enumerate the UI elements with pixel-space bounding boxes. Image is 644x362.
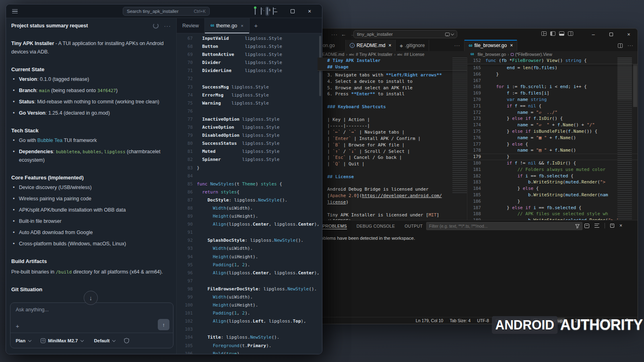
- app-menu-icon[interactable]: [12, 9, 18, 12]
- chevron-down-icon[interactable]: [28, 338, 31, 341]
- close-button[interactable]: ×: [301, 4, 318, 18]
- problems-filter-input[interactable]: [429, 224, 575, 228]
- readme-code: 3. Navigate tabs with **Left/Right arrow…: [318, 72, 467, 220]
- tab-close-icon[interactable]: ×: [388, 43, 391, 48]
- tab-gitignore[interactable]: ◆ .gitignore: [396, 40, 429, 51]
- toggle-panel-icon[interactable]: [559, 31, 564, 36]
- new-tab-button[interactable]: +: [250, 18, 263, 33]
- chat-list-item: APK/split APK/bundle installation with O…: [11, 206, 171, 214]
- chat-list-item: Branch: main (being rebased onto 34f6427…: [11, 86, 171, 95]
- chat-heading: Tech Stack: [11, 128, 171, 134]
- message-composer[interactable]: + ↑ Plan G MiniMax M2.7 Default: [10, 302, 173, 348]
- chevron-down-icon[interactable]: [451, 32, 454, 35]
- thread-menu-icon[interactable]: ···: [164, 23, 171, 29]
- tab-review[interactable]: Review: [177, 18, 204, 33]
- menu-overflow-icon[interactable]: ···: [331, 31, 338, 37]
- tab-overflow-icon[interactable]: ···: [450, 40, 464, 51]
- project-search-label: Search tiny_apk_installer: [127, 9, 194, 14]
- customize-layout-icon[interactable]: [541, 31, 547, 36]
- chat-list-item: Wireless pairing via pairing code: [11, 195, 171, 203]
- panel-tab-output[interactable]: OUTPUT: [405, 224, 423, 228]
- message-input[interactable]: [16, 307, 168, 313]
- tab-readme[interactable]: i README.md ×: [346, 40, 396, 51]
- toggle-sidebar-icon[interactable]: [550, 31, 555, 36]
- close-button[interactable]: ×: [620, 29, 638, 40]
- composer-toolbar: Plan G MiniMax M2.7 Default: [10, 333, 173, 348]
- chat-heading: Build Artifacts: [11, 258, 171, 264]
- profile-selector[interactable]: Default: [94, 338, 109, 343]
- project-search[interactable]: Search tiny_apk_installer Ctrl+K: [123, 7, 210, 16]
- chat-list-item: Status: Mid-rebase with nothing to commi…: [11, 98, 171, 106]
- chat-list-item: Go Version: 1.25.4 (declared in go.mod): [11, 109, 171, 117]
- sticky-scroll: # Tiny APK Installer## Usage: [318, 58, 467, 71]
- problems-filter[interactable]: [426, 222, 582, 230]
- toggle-secondary-sidebar-icon[interactable]: [568, 31, 573, 36]
- shield-icon[interactable]: [124, 338, 129, 343]
- scroll-to-bottom-button[interactable]: ↓: [84, 291, 98, 305]
- add-context-button[interactable]: +: [16, 323, 19, 329]
- screenshot-stage: ··· ← → tiny_apk_installer – ×: [0, 0, 644, 362]
- chevron-down-icon[interactable]: [80, 338, 84, 341]
- breadcrumb-separator: ›: [394, 52, 396, 57]
- split-editor-icon[interactable]: [618, 43, 623, 48]
- tab-close-icon[interactable]: ×: [510, 43, 513, 48]
- maximize-button[interactable]: [602, 29, 620, 40]
- editor-file-browser[interactable]: 152func (fb *FileBrowser) View() string …: [467, 58, 638, 220]
- tab-theme-go[interactable]: GO theme.go ×: [204, 18, 250, 33]
- chat-paragraph: Pre-built binaries in /build directory f…: [11, 268, 171, 276]
- panel-tab-problems[interactable]: PROBLEMS: [322, 224, 347, 229]
- project-diagnostics-button[interactable]: [255, 8, 256, 15]
- editor-readme[interactable]: # Tiny APK Installer## Usage 3. Navigate…: [318, 58, 467, 220]
- panel-tab-debug-console[interactable]: DEBUG CONSOLE: [357, 224, 395, 228]
- thread-scroll-area[interactable]: Tiny APK Installer - A TUI application f…: [6, 33, 176, 306]
- status-cursor-position[interactable]: Ln 179, Col 10: [416, 318, 443, 323]
- theme-go-code[interactable]: 67 InputValid lipgloss.Style68 Button li…: [177, 33, 322, 354]
- vscode-tabbar: ion.go i README.md × ◆ .gitignore ··· GO…: [318, 40, 638, 51]
- problems-message: No problems have been detected in the wo…: [317, 236, 415, 241]
- breadcrumb-separator: ›: [508, 52, 509, 57]
- command-center-label: tiny_apk_installer: [357, 32, 393, 37]
- scrollbar[interactable]: [633, 58, 638, 220]
- view-as-table-icon[interactable]: [584, 224, 589, 228]
- vscode-window: ··· ← → tiny_apk_installer – ×: [317, 28, 638, 324]
- chat-list-item: Go with Bubble Tea TUI framework: [11, 136, 171, 145]
- zed-window: Search tiny_apk_installer Ctrl+K – × Pro…: [6, 4, 322, 354]
- model-selector[interactable]: MiniMax M2.7: [48, 338, 78, 343]
- breadcrumb-right[interactable]: GO file_browser.go › (*FileBrowser).View: [471, 51, 552, 58]
- collapse-all-icon[interactable]: [594, 224, 599, 228]
- chat-heading: Current State: [11, 66, 171, 72]
- markdown-info-icon: i: [350, 43, 355, 48]
- send-button[interactable]: ↑: [158, 319, 169, 330]
- tab-close-icon[interactable]: ×: [241, 23, 243, 28]
- editor-actions-icon[interactable]: ···: [627, 43, 634, 48]
- chat-list-item: Auto ADB download from Google: [11, 228, 171, 237]
- minimize-button[interactable]: –: [267, 4, 284, 18]
- green-status-dot: [254, 6, 256, 9]
- symbol-method-icon: [511, 53, 514, 56]
- chevron-down-icon[interactable]: [112, 338, 116, 341]
- minimize-button[interactable]: –: [584, 29, 602, 40]
- breadcrumb-separator: ›: [346, 52, 347, 57]
- minimap[interactable]: [452, 58, 467, 194]
- symbol-string-icon: abc: [397, 53, 402, 56]
- minimap-slider[interactable]: [617, 58, 632, 100]
- chat-icon[interactable]: [445, 33, 450, 36]
- breadcrumb-left[interactable]: README.md › abc # Tiny APK Installer › a…: [319, 51, 464, 58]
- go-code: 165 end = len(fb.files)166 }167 168 for …: [467, 65, 638, 220]
- zed-editor: Review GO theme.go × + 67 InputValid lip…: [177, 18, 322, 354]
- maximize-panel-icon[interactable]: [610, 224, 614, 228]
- close-panel-icon[interactable]: ×: [619, 223, 622, 228]
- status-tab-size[interactable]: Tab Size: 4: [450, 318, 471, 323]
- vscode-titlebar: ··· ← → tiny_apk_installer – ×: [318, 29, 638, 40]
- maximize-button[interactable]: [284, 4, 301, 18]
- minimap[interactable]: [617, 58, 632, 220]
- terminal-panel-button[interactable]: [261, 8, 262, 15]
- divider: [605, 223, 605, 228]
- status-encoding[interactable]: UTF-8: [477, 318, 489, 323]
- mode-selector[interactable]: Plan: [16, 338, 25, 343]
- command-center[interactable]: tiny_apk_installer: [353, 30, 457, 38]
- thread-header: Project status summary request ···: [6, 18, 176, 33]
- nav-back-icon[interactable]: ←: [341, 31, 346, 37]
- tab-file-browser[interactable]: GO file_browser.go ×: [464, 40, 517, 51]
- zed-tabbar: Review GO theme.go × +: [177, 18, 322, 33]
